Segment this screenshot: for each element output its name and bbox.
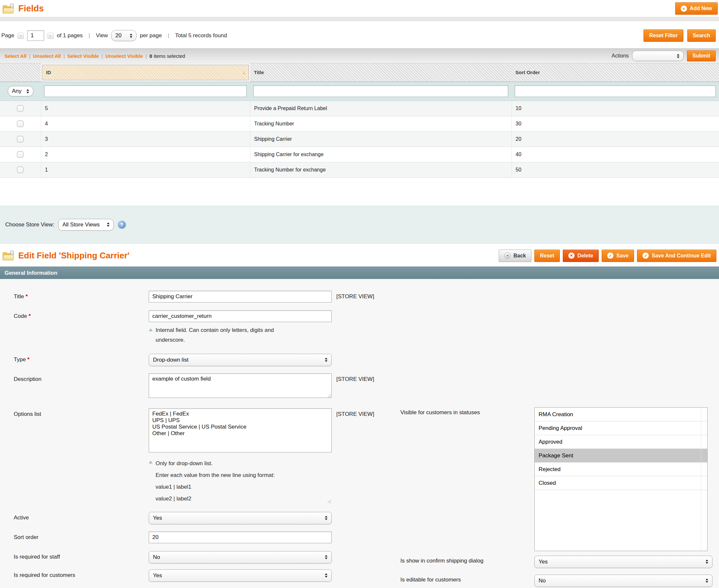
items-selected-count: 0 [149, 53, 152, 59]
pager-next-button[interactable]: ► [47, 33, 54, 39]
save-and-continue-button[interactable]: ✓ Save And Continue Edit [637, 250, 716, 262]
code-field-input[interactable] [149, 310, 332, 322]
description-textarea[interactable]: example of custom field [149, 373, 332, 398]
cell-sort-order: 30 [512, 116, 719, 131]
show-confirm-dialog-select[interactable]: Yes [534, 556, 713, 568]
column-header-sort-order[interactable]: Sort Order [512, 63, 719, 82]
visible-statuses-field-label: Visible for customers in statuses [392, 407, 534, 416]
status-option[interactable]: RMA Creation [535, 408, 707, 421]
cell-title: Shipping Carrier [250, 131, 512, 147]
table-row[interactable]: 3 Shipping Carrier 20 [0, 131, 719, 147]
table-row[interactable]: 1 Tracking Number for exchange 50 [0, 162, 719, 177]
store-view-select[interactable]: All Store Views [58, 219, 114, 231]
row-checkbox[interactable] [17, 151, 23, 158]
pager-total: Total 5 records found [175, 32, 227, 39]
select-arrows-icon [107, 223, 109, 227]
sort-desc-icon: ↓ [243, 69, 245, 76]
pager-page-label: Page [1, 32, 14, 39]
select-arrows-icon [677, 54, 679, 58]
cell-sort-order: 50 [512, 162, 719, 177]
reset-filter-button[interactable]: Reset Filter [643, 29, 683, 42]
status-option[interactable]: Rejected [535, 463, 707, 476]
editable-customers-select[interactable]: No [534, 574, 713, 587]
page-header: Fields + Add New [0, 0, 719, 17]
options-list-note: Only for drop-down list. Enter each valu… [156, 458, 275, 505]
header-divider [0, 17, 719, 21]
visible-statuses-multiselect[interactable]: RMA Creation Pending Approval Approved P… [534, 407, 707, 551]
select-arrows-icon [130, 34, 132, 38]
search-button[interactable]: Search [687, 29, 716, 42]
options-list-field-label: Options list [0, 408, 149, 418]
per-page-select[interactable]: 20 [111, 30, 137, 41]
sort-order-filter-input[interactable] [515, 85, 716, 97]
store-view-label: Choose Store View: [5, 222, 54, 228]
table-row[interactable]: 2 Shipping Carrier for exchange 40 [0, 147, 719, 162]
select-arrows-icon [325, 555, 327, 559]
cell-title: Tracking Number for exchange [250, 162, 512, 177]
editable-customers-field-label: Is editable for customers [392, 574, 534, 583]
unselect-visible-link[interactable]: Unselect Visible [105, 53, 143, 59]
sort-order-field-label: Sort order [0, 531, 149, 541]
row-checkbox[interactable] [17, 105, 23, 112]
pager-per-page: per page [140, 32, 162, 39]
pager-view-label: View [96, 32, 108, 39]
add-new-button[interactable]: + Add New [675, 2, 718, 15]
edit-form: Title * [STORE VIEW] Code * Internal fie… [0, 279, 719, 588]
cell-title: Provide a Prepaid Return Label [250, 101, 512, 116]
sort-order-input[interactable] [149, 531, 332, 543]
save-button[interactable]: ✓ Save [602, 250, 634, 262]
table-row[interactable]: 5 Provide a Prepaid Return Label 10 [0, 101, 719, 116]
grid-header-row: ID ↓ Title Sort Order [0, 63, 719, 82]
column-header-id[interactable]: ID ↓ [41, 63, 250, 82]
required-mark: * [27, 356, 30, 363]
required-staff-field-label: Is required for staff [0, 551, 149, 560]
pager-page-input[interactable] [27, 30, 44, 41]
table-row[interactable]: 4 Tracking Number 30 [0, 116, 719, 131]
row-checkbox[interactable] [17, 121, 23, 127]
back-arrow-icon: ◄ [504, 253, 511, 259]
back-button[interactable]: ◄ Back [499, 250, 531, 262]
required-mark: * [28, 313, 31, 319]
pager-bar: Page ◄ ► of 1 pages | View 20 per page |… [0, 21, 719, 48]
title-field-input[interactable] [149, 291, 332, 302]
status-option[interactable]: Approved [535, 435, 707, 449]
select-arrows-icon [705, 579, 708, 583]
fields-grid: ID ↓ Title Sort Order Any [0, 63, 719, 178]
required-staff-select[interactable]: No [149, 551, 332, 564]
actions-select[interactable] [632, 50, 684, 61]
row-checkbox[interactable] [17, 167, 23, 173]
required-mark: * [25, 293, 28, 299]
status-option[interactable]: Pending Approval [535, 421, 707, 435]
title-filter-input[interactable] [253, 85, 508, 97]
description-scope-label: [STORE VIEW] [336, 373, 374, 382]
select-visible-link[interactable]: Select Visible [67, 53, 99, 59]
pager-of-pages: of 1 pages [57, 32, 83, 39]
id-filter-input[interactable] [44, 85, 247, 97]
pager-prev-button[interactable]: ◄ [18, 33, 24, 39]
row-checkbox[interactable] [17, 136, 23, 142]
active-select[interactable]: Yes [149, 512, 332, 524]
edit-header: Edit Field 'Shipping Carrier' ◄ Back Res… [0, 244, 719, 267]
page-title: Fields [18, 4, 44, 14]
check-icon: ✓ [607, 253, 613, 259]
cell-sort-order: 20 [512, 131, 719, 147]
cell-id: 2 [41, 147, 250, 162]
cell-id: 4 [41, 116, 250, 131]
general-information-section-header: General Information [0, 267, 719, 279]
status-option[interactable]: Closed [535, 476, 707, 490]
status-option-selected[interactable]: Package Sent [535, 449, 707, 463]
type-select[interactable]: Drop-down list [149, 354, 332, 366]
column-header-title[interactable]: Title [250, 63, 512, 82]
cell-title: Shipping Carrier for exchange [250, 147, 512, 162]
select-all-link[interactable]: Select All [5, 53, 26, 59]
checkbox-filter-select[interactable]: Any [8, 86, 33, 97]
options-list-textarea[interactable]: FedEx | FedEx UPS | UPS US Postal Servic… [149, 408, 332, 453]
submit-button[interactable]: Submit [687, 50, 716, 61]
delete-button[interactable]: ✕ Delete [563, 250, 599, 262]
unselect-all-link[interactable]: Unselect All [33, 53, 61, 59]
note-triangle-icon [149, 328, 152, 331]
required-customers-select[interactable]: Yes [149, 569, 332, 582]
options-list-scope-label: [STORE VIEW] [336, 408, 374, 418]
reset-button[interactable]: Reset [534, 250, 560, 262]
help-icon[interactable]: ? [118, 220, 126, 229]
